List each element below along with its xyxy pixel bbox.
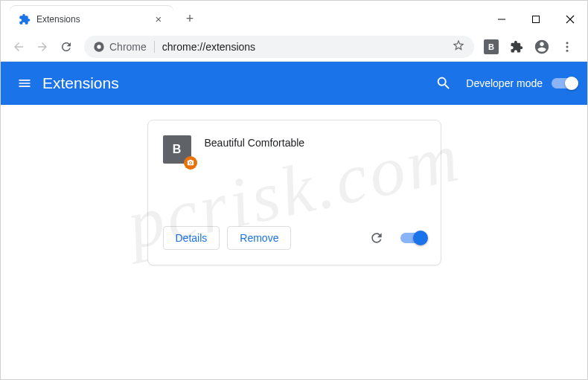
content-area: B Beautiful Comfortable Details Remove <box>1 105 587 379</box>
close-window-button[interactable] <box>553 7 587 32</box>
hamburger-icon[interactable] <box>11 70 38 97</box>
svg-point-7 <box>566 45 569 48</box>
extensions-icon[interactable] <box>505 36 528 58</box>
extension-icon-wrap: B <box>163 135 191 164</box>
chrome-chip: Chrome <box>93 41 155 53</box>
extension-card: B Beautiful Comfortable Details Remove <box>147 120 441 265</box>
svg-point-8 <box>566 49 569 51</box>
forward-button[interactable] <box>31 35 54 59</box>
extension-toggle[interactable] <box>400 233 426 243</box>
back-button[interactable] <box>7 35 31 59</box>
browser-toolbar: Chrome chrome://extensions B <box>1 32 587 62</box>
new-tab-button[interactable]: + <box>179 8 200 29</box>
browser-tab[interactable]: Extensions × <box>10 5 173 32</box>
tab-title: Extensions <box>36 14 153 25</box>
svg-point-6 <box>566 42 569 44</box>
svg-rect-1 <box>533 16 540 23</box>
extension-name: Beautiful Comfortable <box>205 135 305 164</box>
developer-mode-toggle[interactable] <box>552 78 577 88</box>
maximize-button[interactable] <box>519 7 553 32</box>
remove-button[interactable]: Remove <box>227 226 291 250</box>
minimize-button[interactable] <box>485 7 519 32</box>
url-text: chrome://extensions <box>162 41 255 53</box>
bookmark-icon[interactable] <box>452 39 465 55</box>
menu-icon[interactable] <box>556 36 578 58</box>
developer-mode-label: Developer mode <box>466 77 543 89</box>
titlebar: Extensions × + <box>1 1 587 32</box>
b-badge: B <box>484 39 499 54</box>
address-bar[interactable]: Chrome chrome://extensions <box>84 36 474 58</box>
extensions-header: Extensions Developer mode <box>1 62 587 105</box>
profile-icon[interactable] <box>531 36 553 58</box>
extension-badge[interactable]: B <box>480 36 502 58</box>
camera-badge-icon <box>184 156 197 170</box>
details-button[interactable]: Details <box>163 226 220 250</box>
reload-extension-icon[interactable] <box>366 228 387 248</box>
page-title: Extensions <box>42 74 119 92</box>
svg-point-5 <box>97 45 100 48</box>
reload-button[interactable] <box>54 35 78 59</box>
window-controls <box>485 7 587 32</box>
close-icon[interactable]: × <box>153 13 164 25</box>
chip-label: Chrome <box>109 41 147 53</box>
puzzle-icon <box>19 13 31 25</box>
search-icon[interactable] <box>430 70 457 97</box>
